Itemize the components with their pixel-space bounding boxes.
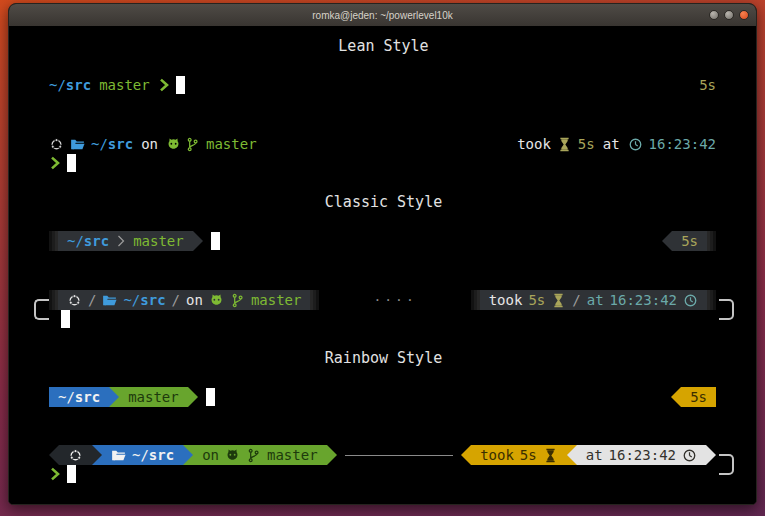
- terminal-cursor: [67, 465, 76, 483]
- powerline-arrow: [49, 445, 59, 465]
- segment-fade: [471, 290, 480, 310]
- git-branch-icon: [246, 448, 261, 463]
- dir-prefix: ~/: [49, 77, 66, 93]
- dir-prefix: ~/: [67, 233, 84, 249]
- dir-prefix: ~/: [58, 389, 75, 405]
- terminal-screen[interactable]: Lean Style ~/src master 5s: [9, 26, 757, 504]
- prompt-chevron-icon: [158, 77, 170, 93]
- command-duration: 5s: [699, 77, 716, 93]
- at-label: at: [587, 292, 604, 308]
- dir-name: src: [149, 447, 174, 463]
- dir-prefix: ~/: [91, 136, 108, 152]
- on-label: on: [186, 292, 203, 308]
- segment-fade: [310, 290, 319, 310]
- prompt-frame-left: [34, 299, 49, 320]
- git-branch-name: master: [206, 136, 257, 152]
- window-titlebar[interactable]: romka@jeden: ~/powerlevel10k: [9, 4, 756, 27]
- prompt-gap-filler: ····: [319, 290, 470, 310]
- on-label: on: [141, 136, 158, 152]
- thin-separator-icon: [115, 233, 127, 249]
- terminal-cursor: [176, 76, 185, 94]
- clock-icon: [682, 448, 697, 463]
- prompt-chevron-icon: [49, 466, 61, 482]
- folder-icon: [70, 137, 85, 152]
- on-label: on: [202, 447, 219, 463]
- powerline-arrow: [193, 231, 203, 251]
- rainbow-style-heading: Rainbow Style: [9, 348, 757, 368]
- octocat-icon: [225, 448, 240, 463]
- git-branch-name: master: [267, 447, 318, 463]
- terminal-window: romka@jeden: ~/powerlevel10k Lean Style …: [8, 3, 757, 505]
- git-branch-name: master: [128, 389, 179, 405]
- took-label: took: [480, 447, 514, 463]
- terminal-cursor: [211, 232, 220, 250]
- segment-fade: [707, 290, 716, 310]
- dir-name: src: [84, 233, 109, 249]
- separator-slash: /: [572, 292, 580, 308]
- at-label: at: [603, 136, 620, 152]
- prompt-frame-right: [719, 454, 734, 475]
- desktop-background: romka@jeden: ~/powerlevel10k Lean Style …: [0, 0, 765, 516]
- dir-name: src: [66, 77, 91, 93]
- classic-prompt-twoline-top: / ~/src / on master ···· took: [49, 290, 716, 310]
- powerline-arrow: [327, 445, 337, 465]
- minimize-button[interactable]: [709, 10, 719, 20]
- segment-fade: [49, 290, 58, 310]
- window-title: romka@jeden: ~/powerlevel10k: [312, 10, 453, 21]
- powerline-arrow: [109, 387, 119, 407]
- rainbow-prompt-oneline: ~/src master 5s: [49, 387, 716, 407]
- rainbow-prompt-twoline-input: [49, 464, 716, 484]
- lean-prompt-twoline-top: ~/src on master took 5s: [49, 134, 716, 154]
- hourglass-icon: [551, 293, 566, 308]
- git-branch-icon: [185, 137, 200, 152]
- powerline-arrow: [188, 387, 198, 407]
- hourglass-icon: [557, 137, 572, 152]
- git-branch-name: master: [251, 292, 302, 308]
- powerline-arrow: [662, 231, 672, 251]
- lean-style-heading: Lean Style: [9, 36, 757, 56]
- prompt-frame-right: [719, 299, 734, 320]
- time-value: 16:23:42: [649, 136, 716, 152]
- hourglass-icon: [543, 448, 558, 463]
- separator-slash: /: [172, 292, 180, 308]
- command-duration: 5s: [528, 292, 545, 308]
- ubuntu-logo-icon: [49, 137, 64, 152]
- classic-style-heading: Classic Style: [9, 192, 757, 212]
- ubuntu-logo-icon: [68, 448, 83, 463]
- close-button[interactable]: [739, 10, 749, 20]
- dir-prefix: ~/: [132, 447, 149, 463]
- command-duration: 5s: [578, 136, 595, 152]
- octocat-icon: [166, 137, 181, 152]
- git-branch-icon: [230, 293, 245, 308]
- folder-icon: [102, 293, 117, 308]
- time-value: 16:23:42: [609, 447, 676, 463]
- powerline-arrow: [92, 445, 102, 465]
- powerline-arrow: [567, 445, 577, 465]
- git-branch-name: master: [99, 77, 150, 93]
- at-label: at: [586, 447, 603, 463]
- classic-prompt-twoline-input: [49, 309, 716, 329]
- lean-prompt-oneline: ~/src master 5s: [49, 75, 716, 95]
- window-controls: [709, 10, 749, 20]
- separator-slash: /: [88, 292, 96, 308]
- maximize-button[interactable]: [724, 10, 734, 20]
- octocat-icon: [209, 293, 224, 308]
- terminal-cursor: [67, 154, 76, 172]
- powerline-arrow: [706, 445, 716, 465]
- ubuntu-logo-icon: [67, 293, 82, 308]
- classic-prompt-oneline: ~/src master 5s: [49, 231, 716, 251]
- clock-icon: [683, 293, 698, 308]
- dir-name: src: [75, 389, 100, 405]
- time-value: 16:23:42: [610, 292, 677, 308]
- lean-prompt-twoline-input: [49, 153, 716, 173]
- dir-name: src: [108, 136, 133, 152]
- terminal-cursor: [206, 388, 215, 406]
- clock-icon: [628, 137, 643, 152]
- dir-name: src: [140, 292, 165, 308]
- segment-fade: [49, 231, 58, 251]
- dir-prefix: ~/: [123, 292, 140, 308]
- took-label: took: [489, 292, 523, 308]
- powerline-arrow: [461, 445, 471, 465]
- prompt-gap-line: [345, 455, 454, 456]
- command-duration: 5s: [681, 233, 698, 249]
